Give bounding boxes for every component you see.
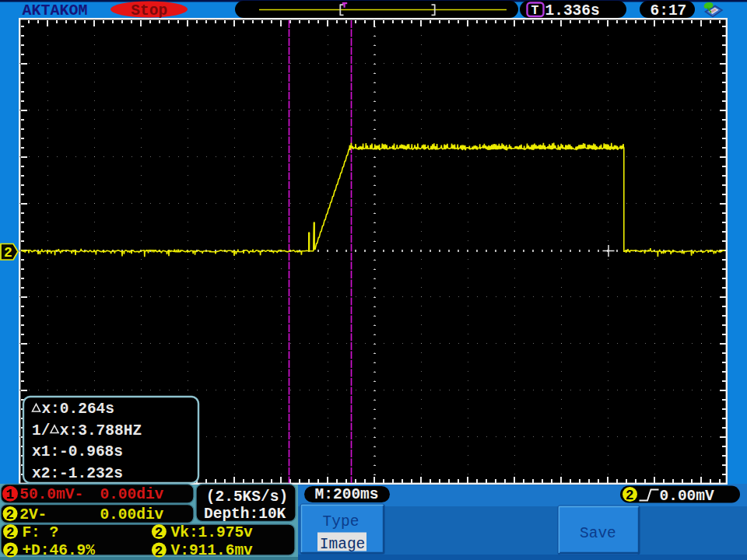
svg-text:x:3.788HZ: x:3.788HZ xyxy=(60,422,142,439)
svg-text:1: 1 xyxy=(5,487,14,502)
svg-text:2: 2 xyxy=(6,525,15,541)
svg-text:2: 2 xyxy=(626,488,634,503)
svg-text:Vk:1.975v: Vk:1.975v xyxy=(171,524,254,541)
svg-text:0.00mV: 0.00mV xyxy=(660,488,715,505)
svg-text:Type: Type xyxy=(323,513,359,530)
svg-text:x:0.264s: x:0.264s xyxy=(41,401,114,418)
svg-text:2: 2 xyxy=(155,525,163,541)
svg-text:2: 2 xyxy=(6,544,15,559)
svg-text:Image: Image xyxy=(320,536,366,553)
svg-text:M:200ms: M:200ms xyxy=(315,486,379,503)
svg-text:Depth:10K: Depth:10K xyxy=(204,506,286,523)
svg-text:AKTAKOM: AKTAKOM xyxy=(23,2,88,19)
svg-text:0.00div: 0.00div xyxy=(100,506,163,523)
svg-text:1.336s: 1.336s xyxy=(545,2,600,19)
svg-text:x2:-1.232s: x2:-1.232s xyxy=(32,465,123,482)
svg-text:V:911.6mv: V:911.6mv xyxy=(171,542,254,559)
svg-text:(2.5KS/s): (2.5KS/s) xyxy=(206,488,288,506)
svg-text:50.0mV-: 50.0mV- xyxy=(19,486,83,503)
svg-text:2V-: 2V- xyxy=(19,506,47,523)
svg-text:6:17: 6:17 xyxy=(651,2,687,19)
svg-text:x1:-0.968s: x1:-0.968s xyxy=(32,443,123,460)
svg-text:2: 2 xyxy=(5,507,14,523)
svg-text:1/: 1/ xyxy=(32,422,50,439)
svg-text:Save: Save xyxy=(580,525,616,542)
svg-text:0.00div: 0.00div xyxy=(100,486,163,503)
svg-text:T: T xyxy=(531,3,539,18)
svg-text:2: 2 xyxy=(155,544,163,559)
svg-text:2: 2 xyxy=(4,245,12,261)
svg-text:Stop: Stop xyxy=(131,2,167,19)
svg-text:+D:46.9%: +D:46.9% xyxy=(22,542,95,559)
svg-text:F: ?: F: ? xyxy=(22,524,58,541)
